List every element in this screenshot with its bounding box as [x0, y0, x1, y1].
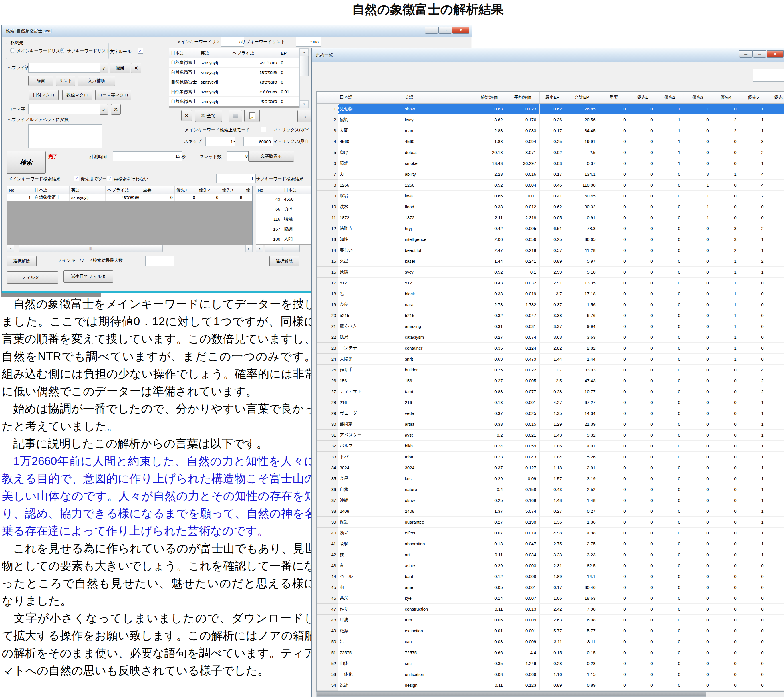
close-button[interactable]: ✕ [767, 50, 784, 58]
table-row[interactable]: 4456045601.880.0940.2519.91001003 [317, 136, 784, 147]
scroll-left-icon[interactable]: ◄ [7, 245, 14, 252]
column-header[interactable]: 英語 [199, 48, 231, 58]
table-row[interactable]: 45雨ame0.050.0016.1730.46000000 [317, 582, 784, 593]
table-row[interactable]: 自然象徴富士sznsycyfjשזנס'כ'פג0 [169, 68, 300, 77]
table-row[interactable]: 11187218722.112.3180.050.91000100 [317, 212, 784, 223]
table-row[interactable]: 20521552150.320.0473.386.76000010 [317, 310, 784, 321]
minimize-button[interactable]: — [425, 26, 438, 34]
aggregation-table[interactable]: 日本語英語統計評価平均評価最小EP合計EP重要優先1優先2優先3優先4優先5優先… [316, 91, 784, 692]
table-row[interactable]: 175125120.430.0322.9113.35000010 [317, 278, 784, 288]
table-row[interactable]: 50缶can0.030.0093.113.11000000 [317, 636, 784, 647]
maximize-button[interactable]: ▭ [753, 50, 766, 58]
table-row[interactable]: 54設計design0.110.1230.890.89000000 [317, 680, 784, 691]
minimize-button[interactable]: — [739, 50, 753, 58]
table-row[interactable]: 5負けdefeat20.188.0710.022.5001002 [317, 147, 784, 158]
table-row[interactable]: 40効果effect0.070.0144.984.98000001 [317, 527, 784, 539]
main-keyword-list-grid[interactable]: 日本語英語ヘブライ語EP自然象徴富士sznsycyfjסזנס'כ'פג0自然象… [169, 48, 300, 108]
column-header[interactable]: ヘブライ語 [105, 186, 141, 194]
romaji-clear-button[interactable]: ✕ [111, 104, 121, 115]
radio-sub-keyword-list[interactable] [60, 48, 65, 53]
column-header[interactable]: 重要 [141, 186, 175, 194]
table-row[interactable]: 31アベスターavst0.20.0211.439.32000001 [317, 430, 784, 441]
table-row[interactable]: 24太陽光snrit0.690.4791.441.44000010 [317, 354, 784, 364]
close-button[interactable]: ✕ [452, 26, 469, 34]
table-row[interactable]: 14美しいbeautiful2.470.2180.5711.28000021 [317, 245, 784, 256]
table-row[interactable]: 5172575725750.664.40.150.15000000 [317, 647, 784, 658]
scroll-right-icon[interactable]: ► [245, 245, 252, 252]
aggregation-filter-input[interactable] [753, 69, 784, 82]
romaji-input[interactable] [28, 104, 102, 114]
clear-selection-right-button[interactable]: 選択解除 [269, 256, 299, 266]
thread-count-value[interactable]: 8 [227, 152, 250, 161]
hebrew-input[interactable] [28, 63, 102, 73]
column-header[interactable]: No [256, 186, 282, 194]
table-row[interactable]: 37沖縄oknw0.250.1681.481.48000001 [317, 495, 784, 506]
table-row[interactable]: 1見せ物show0.630.0230.6226.85001101 [317, 104, 784, 114]
main-result-scrollbar[interactable]: ◄ ||| ► [7, 245, 252, 252]
hebrew-clear-button[interactable]: ✕ [131, 63, 141, 73]
column-header[interactable]: 平均評価 [506, 92, 539, 104]
column-header[interactable]: 優先1 [175, 186, 197, 194]
table-row[interactable]: 2協調kycy3.620.1760.3620.56001021 [317, 114, 784, 125]
table-row[interactable]: 6噴煙smoke13.4336.2970.030.37001001 [317, 158, 784, 169]
column-header[interactable]: 最小EP [539, 92, 565, 104]
main-result-grid[interactable]: No日本語英語ヘブライ語重要優先1優先2優先3優1自然象徴富士sznsycyfj… [7, 186, 252, 245]
scrollbar-thumb[interactable] [300, 56, 309, 76]
column-header[interactable]: 優先3 [684, 92, 712, 104]
aggregation-scrollbar[interactable] [316, 692, 784, 697]
table-row[interactable]: 13知性intelligence2.060.0560.2536.65000031 [317, 234, 784, 245]
search-button[interactable]: 検索 [7, 151, 46, 174]
table-row[interactable]: 29ヴェーダveda0.370.0251.3514.34000001 [317, 408, 784, 419]
search-window-titlebar[interactable]: 検索 [自然象徴富士.sea] — ▭ ✕ [2, 25, 472, 37]
document-button[interactable] [244, 110, 260, 122]
table-row[interactable]: 19奈良nara2.781.7820.371.56000010 [317, 299, 784, 310]
table-row[interactable]: 261561560.270.0052.547.43000002 [317, 376, 784, 386]
romaji-macro-button[interactable]: ローマ字マクロ [95, 90, 131, 100]
char-count-button[interactable]: 文字数表示 [248, 150, 294, 161]
table-row[interactable]: 25作り手builder0.750.0221.733.03000004 [317, 364, 784, 376]
column-header[interactable]: 統計評価 [473, 92, 506, 104]
table-row[interactable]: 18黒black0.330.0193.717.18000010 [317, 288, 784, 299]
hebrew-insert-button[interactable]: ↙ [100, 63, 109, 73]
table-row[interactable]: 39保証guarantee0.270.1981.361.36000001 [317, 517, 784, 527]
dictionary-button[interactable]: 辞書 [28, 76, 53, 86]
table-row[interactable]: 32バルフblkh0.240.0591.864.01000001 [317, 441, 784, 451]
table-row[interactable]: 47作りconstruction0.110.0132.427.98000000 [317, 604, 784, 615]
table-row[interactable]: 自然象徴富士sznsycyfjסזנש'כ'פג0 [169, 77, 300, 87]
column-header[interactable]: 優先5 [740, 92, 767, 104]
table-row[interactable]: 8126612660.520.0040.46110.08000104 [317, 180, 784, 191]
sub-result-scrollbar[interactable]: ◄ ||| [256, 245, 312, 252]
table-row[interactable]: 36自然nature0.40.1580.432.52000001 [317, 484, 784, 495]
table-row[interactable]: 494560 [256, 194, 312, 204]
table-row[interactable]: 116噴煙 [256, 214, 312, 224]
birthday-filter-button[interactable]: 誕生日でフィルタ [64, 270, 113, 283]
column-header[interactable]: 重要 [599, 92, 629, 104]
keyboard-button[interactable]: ⌨ [110, 63, 130, 73]
maximize-button[interactable]: ▭ [438, 26, 452, 34]
table-row[interactable]: 27ティアマトtamt0.830.0770.2810.77000002 [317, 386, 784, 397]
advanced-mode-checkbox[interactable] [260, 127, 266, 132]
table-row[interactable]: 22破局cataclysm0.270.0743.633.63000010 [317, 332, 784, 343]
table-row[interactable]: 7力ability2.230.0160.17134.1000314 [317, 169, 784, 180]
scrollbar-thumb[interactable] [317, 692, 707, 697]
column-header[interactable]: 日本語 [282, 186, 312, 194]
column-header[interactable]: 優先1 [629, 92, 656, 104]
table-row[interactable]: 43灰ashes0.290.0032.3182.5000000 [317, 560, 784, 571]
scrollbar-thumb[interactable]: ||| [18, 245, 163, 252]
table-row[interactable]: 35金星knsi0.290.091.573.19000001 [317, 473, 784, 484]
radio-main-keyword-list[interactable] [10, 48, 15, 53]
table-row[interactable]: 34302430240.370.1271.182.91000001 [317, 462, 784, 473]
scroll-down-icon[interactable]: ▼ [300, 101, 309, 108]
romaji-insert-button[interactable]: ↙ [100, 104, 108, 115]
column-header[interactable]: EP [279, 48, 299, 58]
column-header[interactable]: 優先2 [656, 92, 684, 104]
column-header[interactable] [317, 92, 338, 104]
char-rule-checkbox[interactable]: ✓ [138, 48, 143, 53]
table-row[interactable]: 48津波tnm0.060.0092.636.08000000 [317, 615, 784, 626]
numeric-macro-button[interactable]: 数値マクロ [63, 90, 92, 100]
main-keyword-list-scrollbar[interactable]: ▲ ▼ [300, 48, 309, 108]
table-row[interactable]: 9溶岩lava0.660.010.4160.45000102 [317, 191, 784, 201]
column-header[interactable]: 優先 [767, 92, 784, 104]
form-button[interactable] [229, 110, 242, 122]
table-row[interactable]: 282162160.130.0014.2767.27000001 [317, 397, 784, 408]
